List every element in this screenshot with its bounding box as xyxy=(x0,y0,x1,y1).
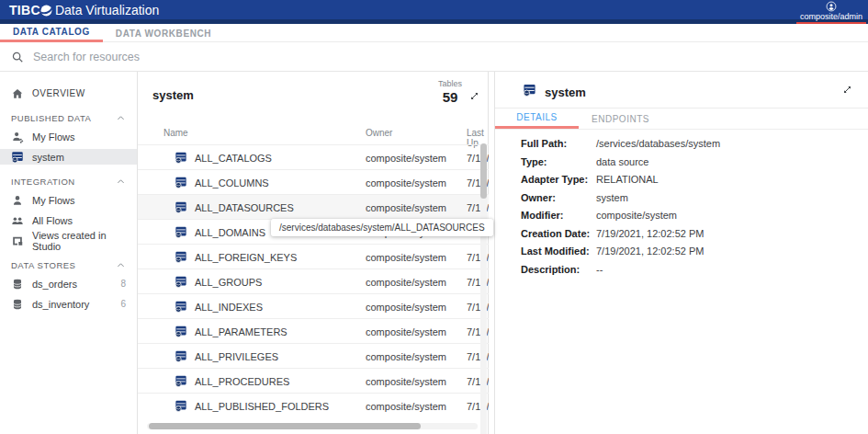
field-row-description: Description: -- xyxy=(521,265,868,275)
table-icon xyxy=(175,350,187,362)
tables-count-value: 59 xyxy=(438,89,462,105)
datasource-icon xyxy=(523,84,536,97)
tab-data-catalog[interactable]: DATA CATALOG xyxy=(0,24,103,42)
cell-name: ALL_INDEXES xyxy=(195,302,263,313)
full-path-tooltip: /services/databases/system/ALL_DATASOURC… xyxy=(271,219,493,236)
expand-panel-icon[interactable] xyxy=(468,90,480,102)
tab-data-workbench[interactable]: DATA WORKBENCH xyxy=(103,24,224,42)
search-icon xyxy=(11,51,24,63)
table-icon xyxy=(175,201,187,213)
sidebar-section-data-stores[interactable]: DATA STORES xyxy=(0,258,137,271)
primary-tabbar: DATA CATALOG DATA WORKBENCH xyxy=(0,24,868,42)
cell-owner: composite/system xyxy=(366,401,446,412)
table-row[interactable]: ALL_GROUPS composite/system 7/19/ xyxy=(138,268,489,293)
brand-logo: TIBCData Virtualization xyxy=(9,0,159,20)
person-icon xyxy=(11,194,24,207)
table-row[interactable]: ALL_PARAMETERS composite/system 7/19/ xyxy=(138,318,489,343)
tab-details[interactable]: DETAILS xyxy=(495,108,579,129)
field-row-full-path: Full Path: /services/databases/system xyxy=(521,139,868,149)
home-icon xyxy=(11,87,24,100)
brand-product-text: Data Virtualization xyxy=(55,3,159,17)
sidebar-section-published-data[interactable]: PUBLISHED DATA xyxy=(0,111,137,124)
tab-data-catalog-label: DATA CATALOG xyxy=(13,27,90,37)
table-icon xyxy=(175,375,187,387)
resource-table-panel: system Tables 59 Name Owner Last Up ALL_… xyxy=(138,72,489,434)
cell-name: ALL_COLUMNS xyxy=(195,177,269,188)
horizontal-scrollbar-thumb[interactable] xyxy=(149,423,421,429)
database-icon xyxy=(11,298,24,311)
content-area: OVERVIEW PUBLISHED DATA My Flows system … xyxy=(0,72,868,434)
table-row[interactable]: ALL_PRIVILEGES composite/system 7/19/ xyxy=(138,343,489,368)
sidebar-item-label: ds_inventory xyxy=(32,299,89,310)
item-count-badge: 6 xyxy=(120,299,126,309)
field-row-adapter-type: Adapter Type: RELATIONAL xyxy=(521,175,868,185)
sidebar-item-label: OVERVIEW xyxy=(32,88,85,98)
sidebar-item-all-flows[interactable]: All Flows xyxy=(0,212,137,228)
details-panel: system DETAILS ENDPOINTS Full Path: /ser… xyxy=(494,72,868,434)
panel-title: system xyxy=(152,88,194,102)
table-row[interactable]: ALL_PUBLISHED_FOLDERS composite/system 7… xyxy=(138,393,489,417)
column-header-owner[interactable]: Owner xyxy=(366,128,392,138)
chevron-up-icon xyxy=(116,260,126,270)
field-label: Last Modified: xyxy=(521,246,596,257)
column-header-name[interactable]: Name xyxy=(163,128,188,138)
field-label: Full Path: xyxy=(521,139,596,149)
sidebar: OVERVIEW PUBLISHED DATA My Flows system … xyxy=(0,72,138,434)
field-row-owner: Owner: system xyxy=(521,193,868,203)
table-icon xyxy=(175,276,187,288)
field-label: Adapter Type: xyxy=(521,175,596,185)
horizontal-scrollbar[interactable] xyxy=(147,423,478,429)
cell-owner: composite/system xyxy=(366,326,446,337)
field-value: RELATIONAL xyxy=(596,175,659,185)
sidebar-item-ds-orders[interactable]: ds_orders 8 xyxy=(0,276,137,291)
app-window: TIBCData Virtualization composite/admin … xyxy=(0,0,868,434)
user-name: composite/admin xyxy=(800,12,862,21)
sidebar-item-label: My Flows xyxy=(32,195,74,206)
section-label: PUBLISHED DATA xyxy=(11,113,91,123)
sidebar-item-system[interactable]: system xyxy=(0,149,137,165)
user-menu[interactable]: composite/admin xyxy=(796,0,866,24)
table-header-row: Name Owner Last Up xyxy=(138,122,488,144)
tab-endpoints[interactable]: ENDPOINTS xyxy=(579,108,662,129)
tab-details-label: DETAILS xyxy=(516,112,557,122)
vertical-scrollbar-thumb[interactable] xyxy=(480,143,487,199)
table-icon xyxy=(175,251,187,263)
chevron-up-icon xyxy=(116,177,126,187)
vertical-scrollbar[interactable] xyxy=(480,143,487,434)
sidebar-item-views-created-in-studio[interactable]: Views created in Studio xyxy=(0,233,137,248)
sidebar-item-label: All Flows xyxy=(32,215,73,226)
search-input[interactable] xyxy=(33,51,676,63)
cell-owner: composite/system xyxy=(366,153,446,164)
cell-owner: composite/system xyxy=(366,277,446,288)
expand-details-icon[interactable] xyxy=(841,84,853,96)
field-value: composite/system xyxy=(596,211,677,221)
cell-name: ALL_GROUPS xyxy=(195,277,262,288)
sidebar-item-label: ds_orders xyxy=(32,279,77,290)
sidebar-item-label: Views created in Studio xyxy=(32,230,126,252)
database-icon xyxy=(11,278,24,291)
cell-owner: composite/system xyxy=(366,252,446,263)
tables-count-label: Tables xyxy=(438,79,462,88)
table-row[interactable]: ALL_FOREIGN_KEYS composite/system 7/19/ xyxy=(138,244,489,268)
cell-name: ALL_CATALOGS xyxy=(195,153,272,164)
cell-name: ALL_PARAMETERS xyxy=(195,326,287,337)
sidebar-item-ds-inventory[interactable]: ds_inventory 6 xyxy=(0,296,137,312)
cell-owner: composite/system xyxy=(366,177,446,188)
user-avatar-icon xyxy=(826,1,837,12)
section-label: DATA STORES xyxy=(11,260,75,270)
sidebar-section-integration[interactable]: INTEGRATION xyxy=(0,175,137,188)
table-row[interactable]: ALL_COLUMNS composite/system 7/19/ xyxy=(138,169,489,194)
cell-owner: composite/system xyxy=(366,302,446,313)
table-row[interactable]: ALL_INDEXES composite/system 7/19/ xyxy=(138,293,489,318)
tables-count-widget: Tables 59 xyxy=(438,79,462,105)
table-icon xyxy=(175,152,187,164)
sidebar-item-integration-my-flows[interactable]: My Flows xyxy=(0,192,137,208)
table-row[interactable]: ALL_PROCEDURES composite/system 7/19/ xyxy=(138,368,489,393)
table-row[interactable]: ALL_CATALOGS composite/system 7/19/ xyxy=(138,144,489,169)
table-row-selected[interactable]: ALL_DATASOURCES composite/system 7/19/ xyxy=(138,194,489,219)
field-value: -- xyxy=(596,265,603,275)
field-row-modifier: Modifier: composite/system xyxy=(521,211,868,221)
sidebar-item-overview[interactable]: OVERVIEW xyxy=(0,86,137,101)
cell-name: ALL_FOREIGN_KEYS xyxy=(195,252,297,263)
sidebar-item-published-my-flows[interactable]: My Flows xyxy=(0,129,137,144)
